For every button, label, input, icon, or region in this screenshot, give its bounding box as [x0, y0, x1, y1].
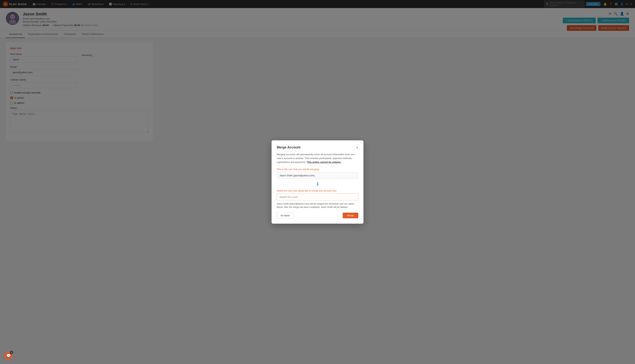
modal-description: Merging accounts will permanently move a…: [277, 153, 358, 164]
merging-user-box: Jason Smith (jason@yahoo.com): [277, 172, 358, 179]
chat-widget[interactable]: 💬 4: [5, 352, 13, 360]
merging-label: This is the user that you will be mergin…: [277, 168, 358, 170]
chat-icon: 💬: [6, 353, 11, 358]
merge-button[interactable]: Merge: [343, 213, 358, 218]
merge-account-modal: Merge Account × Merging accounts will pe…: [272, 140, 363, 224]
modal-overlay: Merge Account × Merging accounts will pe…: [0, 0, 635, 364]
undone-text: This action cannot be undone.: [307, 161, 341, 164]
select-label: Select the user you would like to merge …: [277, 189, 358, 192]
modal-close-button[interactable]: ×: [356, 146, 358, 149]
user-search-input[interactable]: [277, 194, 358, 200]
modal-footer: Go Back Merge: [277, 212, 358, 218]
modal-title: Merge Account: [277, 146, 300, 149]
chat-badge: 4: [10, 351, 13, 354]
merge-note: Jason Smith (jason@yahoo.com) will be me…: [277, 202, 358, 209]
go-back-button[interactable]: Go Back: [277, 212, 294, 218]
modal-header: Merge Account ×: [277, 146, 358, 149]
arrow-down-icon: ⬇: [277, 181, 358, 187]
